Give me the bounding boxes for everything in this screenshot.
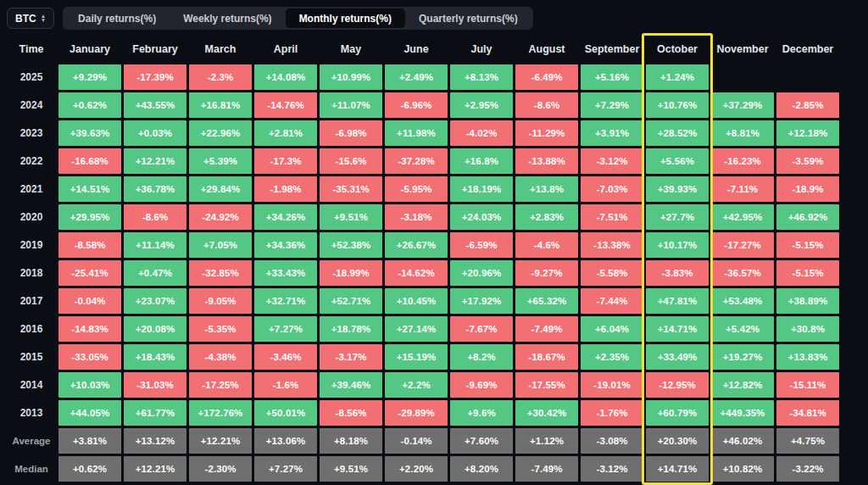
tab-weekly-returns[interactable]: Weekly returns(%): [170, 8, 285, 28]
heatmap-cell: +13.8%: [515, 176, 578, 202]
heatmap-cell: +13.12%: [124, 428, 186, 454]
heatmap-cell: +449.35%: [711, 400, 774, 426]
heatmap-cell: +37.29%: [711, 92, 774, 118]
column-header-march: March: [189, 36, 252, 62]
tab-monthly-returns[interactable]: Monthly returns(%): [286, 8, 405, 28]
heatmap-cell: +47.81%: [646, 288, 709, 314]
heatmap-cell: -36.57%: [711, 260, 774, 286]
heatmap-cell: +8.13%: [450, 64, 513, 90]
heatmap-cell: -29.89%: [385, 400, 448, 426]
heatmap-cell: +2.20%: [385, 456, 448, 482]
row-label-average: Average: [7, 428, 56, 454]
heatmap-cell: +33.43%: [254, 260, 317, 286]
heatmap-cell: -3.12%: [581, 456, 643, 482]
heatmap-cell: -6.59%: [450, 232, 513, 258]
heatmap-cell: +8.2%: [450, 344, 513, 370]
heatmap-cell: -0.14%: [385, 428, 448, 454]
heatmap-cell: -2.85%: [776, 92, 839, 118]
heatmap-cell: -25.41%: [58, 260, 121, 286]
symbol-selector[interactable]: BTC ▲▼: [7, 8, 54, 29]
row-label-2025: 2025: [7, 64, 56, 90]
heatmap-cell: -7.44%: [581, 288, 643, 314]
column-header-december: December: [776, 36, 839, 62]
heatmap-cell: -3.17%: [320, 344, 382, 370]
heatmap-cell: +60.79%: [646, 400, 709, 426]
returns-period-tabs: Daily returns(%) Weekly returns(%) Month…: [63, 7, 533, 30]
heatmap-cell: -6.96%: [385, 92, 448, 118]
heatmap-cell: +24.03%: [450, 204, 513, 230]
heatmap-cell: +11.98%: [385, 120, 448, 146]
heatmap-cell: +12.21%: [124, 148, 186, 174]
heatmap-cell: +29.95%: [58, 204, 121, 230]
heatmap-cell: +172.76%: [189, 400, 252, 426]
heatmap-cell: +52.38%: [320, 232, 382, 258]
heatmap-cell: +12.21%: [124, 456, 186, 482]
heatmap-cell: +3.81%: [58, 428, 121, 454]
heatmap-cell: +14.51%: [58, 176, 121, 202]
heatmap-cell: -1.6%: [254, 372, 317, 398]
heatmap-cell: +7.27%: [254, 316, 317, 342]
row-label-2024: 2024: [7, 92, 56, 118]
heatmap-cell: +11.07%: [320, 92, 382, 118]
heatmap-cell: +12.82%: [711, 372, 774, 398]
heatmap-cell: -37.28%: [385, 148, 448, 174]
heatmap-cell: +8.20%: [450, 456, 513, 482]
heatmap-cell: -3.08%: [581, 428, 643, 454]
row-label-2016: 2016: [7, 316, 56, 342]
heatmap-cell: +34.26%: [254, 204, 317, 230]
heatmap-cell: -14.62%: [385, 260, 448, 286]
heatmap-cell: +34.36%: [254, 232, 317, 258]
row-label-2023: 2023: [7, 120, 56, 146]
heatmap-cell: +7.60%: [450, 428, 513, 454]
heatmap-cell: -5.35%: [189, 316, 252, 342]
heatmap-cell: +7.29%: [581, 92, 643, 118]
heatmap-cell: -16.23%: [711, 148, 774, 174]
heatmap-cell: -4.6%: [515, 232, 578, 258]
column-header-november: November: [711, 36, 774, 62]
heatmap-cell: -7.49%: [515, 316, 578, 342]
heatmap-cell: +9.6%: [450, 400, 513, 426]
heatmap-cell: +0.03%: [124, 120, 186, 146]
heatmap-cell: +52.71%: [320, 288, 382, 314]
column-header-july: July: [450, 36, 513, 62]
heatmap-cell: [711, 64, 774, 90]
column-header-time: Time: [7, 36, 56, 62]
heatmap-cell: +7.27%: [254, 456, 317, 482]
heatmap-cell: +30.42%: [515, 400, 578, 426]
heatmap-cell: -0.04%: [58, 288, 121, 314]
heatmap-cell: -13.88%: [515, 148, 578, 174]
column-header-february: February: [124, 36, 186, 62]
heatmap-cell: +18.43%: [124, 344, 186, 370]
heatmap-cell: +2.49%: [385, 64, 448, 90]
heatmap-cell: +0.62%: [58, 92, 121, 118]
heatmap-cell: +10.03%: [58, 372, 121, 398]
heatmap-cell: -3.59%: [776, 148, 839, 174]
row-label-2015: 2015: [7, 344, 56, 370]
row-label-2019: 2019: [7, 232, 56, 258]
heatmap-cell: +27.7%: [646, 204, 709, 230]
heatmap-cell: -6.49%: [515, 64, 578, 90]
heatmap-cell: +1.12%: [515, 428, 578, 454]
row-label-2013: 2013: [7, 400, 56, 426]
row-label-2020: 2020: [7, 204, 56, 230]
heatmap-cell: -7.49%: [515, 456, 578, 482]
heatmap-cell: -9.05%: [189, 288, 252, 314]
column-header-october: October: [646, 36, 709, 62]
heatmap-cell: -19.01%: [581, 372, 643, 398]
heatmap-cell: -32.85%: [189, 260, 252, 286]
heatmap-cell: +61.77%: [124, 400, 186, 426]
heatmap-cell: -3.22%: [776, 456, 839, 482]
tab-quarterly-returns[interactable]: Quarterly returns(%): [405, 8, 531, 28]
heatmap-cell: +43.55%: [124, 92, 186, 118]
heatmap-cell: +28.52%: [646, 120, 709, 146]
heatmap-cell: +29.84%: [189, 176, 252, 202]
heatmap-cell: -16.68%: [58, 148, 121, 174]
heatmap-cell: -5.15%: [776, 260, 839, 286]
heatmap-cell: -17.39%: [124, 64, 186, 90]
heatmap-cell: +39.63%: [58, 120, 121, 146]
tab-daily-returns[interactable]: Daily returns(%): [64, 8, 170, 28]
heatmap-cell: +16.8%: [450, 148, 513, 174]
heatmap-cell: +17.92%: [450, 288, 513, 314]
heatmap-cell: [776, 64, 839, 90]
heatmap-cell: -17.27%: [711, 232, 774, 258]
